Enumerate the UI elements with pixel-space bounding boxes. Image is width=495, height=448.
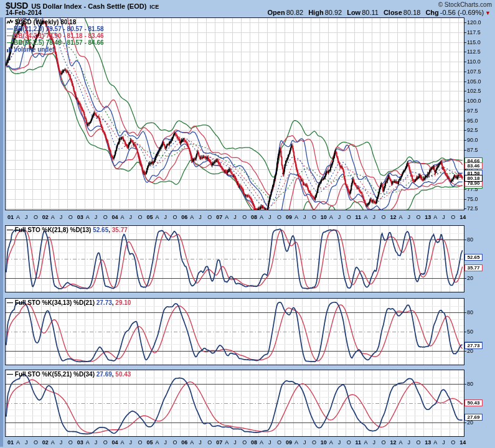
indicator-value-tag: 50.43 bbox=[464, 399, 483, 406]
legend-text: BB(34,2.1) 78.90 - 81.18 - 83.46 bbox=[14, 32, 104, 39]
stochastic-legend: — Full STO %K(34,13) %D(21) 27.73, 29.10 bbox=[7, 299, 131, 306]
date-axis-quarter-label: A bbox=[364, 214, 368, 220]
k-value: 27.69 bbox=[97, 371, 112, 378]
date-axis-year-label: 01 bbox=[7, 439, 14, 446]
quote-value: 80.11 bbox=[362, 9, 379, 16]
date-axis-quarter-label: J bbox=[60, 214, 63, 220]
date-axis-year-label: 10 bbox=[321, 439, 327, 446]
date-axis-quarter-label: A bbox=[364, 439, 368, 446]
date-axis-year-label: 08 bbox=[251, 214, 257, 220]
date-axis-quarter-label: J bbox=[95, 439, 98, 446]
date-axis-year-label: 02 bbox=[42, 439, 49, 446]
date-axis-quarter-label: J bbox=[407, 439, 410, 446]
stockcharts-page: $USDUS Dollar Index - Cash Settle (EOD)I… bbox=[0, 0, 495, 448]
quote-label: Low bbox=[347, 9, 361, 16]
date-axis-quarter-label: O bbox=[277, 214, 281, 220]
main-chart-legend: $USD (Weekly) 80.18—BB(21,2.0) 79.57 - 8… bbox=[7, 19, 104, 53]
legend-row: —BB(21,2.0) 79.57 - 80.57 - 81.58 bbox=[7, 26, 104, 32]
date-axis-quarter-label: J bbox=[95, 214, 98, 220]
date-axis-year-label: 11 bbox=[356, 439, 362, 446]
date-axis-quarter-label: A bbox=[86, 439, 90, 446]
date-axis-quarter-label: A bbox=[155, 214, 159, 220]
date-axis-quarter-label: O bbox=[68, 214, 73, 220]
date-axis-quarter-label: O bbox=[138, 214, 143, 220]
date-axis-quarter-label: J bbox=[130, 214, 133, 220]
ohlc-quote-line: Open80.82High80.92Low80.11Close80.18Chg-… bbox=[263, 9, 491, 16]
date-axis-year-label: 06 bbox=[181, 439, 187, 446]
chart-canvas bbox=[0, 0, 495, 448]
date-axis-quarter-label: J bbox=[25, 439, 28, 446]
quote-value: 80.92 bbox=[325, 9, 342, 16]
date-axis-year-label: 01 bbox=[7, 214, 14, 220]
date-axis-year-label: 05 bbox=[146, 214, 153, 220]
stochastic-legend: — Full STO %K(21,8) %D(13) 52.65, 35.77 bbox=[7, 226, 128, 233]
date-axis-quarter-label: J bbox=[199, 214, 202, 220]
date-axis-quarter-label: A bbox=[16, 214, 20, 220]
date-axis-quarter-label: O bbox=[451, 439, 455, 446]
date-axis-quarter-label: A bbox=[190, 439, 194, 446]
legend-text: $USD (Weekly) 80.18 bbox=[15, 19, 76, 26]
date-axis-year-label: 07 bbox=[216, 439, 222, 446]
indicator-axis-tick-label: 80 bbox=[467, 236, 473, 243]
date-axis-quarter-label: J bbox=[373, 214, 376, 220]
indicator-axis-tick-label: 50 bbox=[467, 329, 473, 335]
date-axis-quarter-label: A bbox=[86, 214, 90, 220]
indicator-axis-tick-label: 80 bbox=[467, 381, 473, 387]
price-tag: 83.46 bbox=[464, 162, 483, 169]
d-value: 50.43 bbox=[115, 371, 131, 378]
indicator-value-tag: 35.77 bbox=[464, 264, 483, 271]
date-axis-year-label: 03 bbox=[77, 214, 83, 220]
legend-row: —BB(34,2.1) 78.90 - 81.18 - 83.46 bbox=[7, 32, 104, 39]
date-axis-quarter-label: A bbox=[121, 439, 125, 446]
change-down-arrow-icon: ▼ bbox=[485, 10, 491, 16]
date-axis-quarter-label: J bbox=[442, 214, 445, 220]
legend-row: —BB(55,2.5) 78.48 - 81.57 - 84.66 bbox=[7, 39, 104, 46]
indicator-axis-tick-label: 20 bbox=[467, 275, 473, 281]
legend-text: BB(55,2.5) 78.48 - 81.57 - 84.66 bbox=[14, 39, 104, 46]
price-axis-tick-label: 87.5 bbox=[467, 147, 478, 153]
indicator-name: Full STO %K(21,8) %D(13) bbox=[15, 226, 93, 233]
exchange-label: ICE bbox=[149, 4, 159, 10]
indicator-axis-tick-label: 80 bbox=[467, 309, 473, 315]
d-value: 35.77 bbox=[112, 226, 128, 233]
quote-value: 80.82 bbox=[286, 9, 304, 16]
legend-row: Volume undef bbox=[7, 46, 104, 53]
legend-line-swatch: — bbox=[7, 32, 13, 39]
date-axis-quarter-label: J bbox=[130, 439, 133, 446]
date-axis-quarter-label: A bbox=[51, 439, 55, 446]
date-axis-quarter-label: J bbox=[233, 439, 237, 446]
date-axis-quarter-label: A bbox=[433, 214, 437, 220]
date-axis-quarter-label: J bbox=[60, 439, 63, 446]
date-axis-year-label: 14 bbox=[460, 439, 466, 446]
date-axis-year-label: 07 bbox=[216, 214, 222, 220]
stochastic-legend: — Full STO %K(55,21) %D(34) 27.69, 50.43 bbox=[7, 371, 131, 378]
date-axis-quarter-label: O bbox=[68, 439, 73, 446]
date-axis-quarter-label: O bbox=[207, 439, 212, 446]
quote-label: Close bbox=[384, 9, 402, 16]
date-axis-quarter-label: O bbox=[277, 439, 281, 446]
date-axis-quarter-label: A bbox=[329, 439, 333, 446]
date-axis-year-label: 10 bbox=[321, 214, 327, 220]
copyright-label: © StockCharts.com bbox=[438, 1, 492, 8]
date-axis-quarter-label: A bbox=[225, 439, 229, 446]
date-axis-quarter-label: A bbox=[16, 439, 20, 446]
date-axis-quarter-label: O bbox=[451, 214, 455, 220]
legend-line-swatch: — bbox=[7, 226, 15, 233]
date-axis-quarter-label: J bbox=[199, 439, 202, 446]
date-axis-quarter-label: J bbox=[303, 214, 306, 220]
price-axis-tick-label: 112.5 bbox=[467, 49, 481, 55]
date-axis-quarter-label: J bbox=[303, 439, 306, 446]
k-value: 52.65 bbox=[93, 226, 108, 233]
price-axis-tick-label: 110.0 bbox=[467, 58, 481, 65]
price-axis-tick-label: 105.0 bbox=[467, 78, 481, 85]
price-axis-tick-label: 115.0 bbox=[467, 39, 481, 45]
date-axis-quarter-label: O bbox=[103, 214, 108, 220]
date-axis-year-label: 04 bbox=[112, 214, 118, 220]
price-axis-tick-label: 92.5 bbox=[467, 127, 478, 133]
date-axis-quarter-label: A bbox=[225, 214, 229, 220]
date-axis-quarter-label: J bbox=[268, 214, 271, 220]
date-axis-quarter-label: A bbox=[398, 214, 402, 220]
date-axis-quarter-label: O bbox=[242, 214, 247, 220]
legend-text: BB(21,2.0) 79.57 - 80.57 - 81.58 bbox=[14, 26, 104, 32]
date-axis-year-label: 06 bbox=[181, 214, 187, 220]
